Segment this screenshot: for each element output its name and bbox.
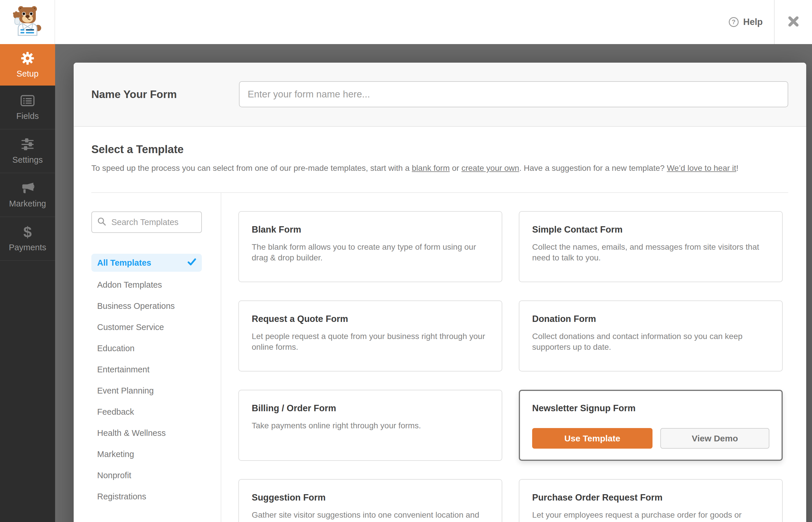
category-label: Event Planning [97, 386, 154, 396]
template-description: Take payments online right through your … [252, 420, 489, 431]
description-text: or [450, 164, 461, 173]
sidebar-item-label: Fields [16, 112, 39, 121]
template-title: Request a Quote Form [252, 313, 489, 325]
category-entertainment[interactable]: Entertainment [92, 359, 202, 380]
template-card-suggestion-form[interactable]: Suggestion Form Gather site visitor sugg… [238, 479, 502, 522]
template-description: Let your employees request a purchase or… [532, 509, 769, 522]
wpforms-bear-icon [13, 6, 42, 38]
use-template-button[interactable]: Use Template [532, 428, 652, 449]
name-your-form-label: Name Your Form [92, 88, 177, 101]
template-content: Select a Template To speed up the proces… [74, 143, 806, 522]
template-card-billing-order-form[interactable]: Billing / Order Form Take payments onlin… [238, 390, 502, 461]
select-template-title: Select a Template [92, 143, 788, 156]
template-title: Purchase Order Request Form [532, 492, 769, 503]
category-marketing[interactable]: Marketing [92, 444, 202, 465]
category-label: Addon Templates [97, 280, 162, 290]
view-demo-button[interactable]: View Demo [660, 428, 769, 449]
sidebar-item-label: Settings [13, 155, 43, 165]
category-label: Registrations [97, 492, 146, 501]
search-templates-box [92, 212, 202, 233]
sidebar-item-label: Payments [9, 243, 46, 252]
template-card-blank-form[interactable]: Blank Form The blank form allows you to … [238, 211, 502, 282]
blank-form-link[interactable]: blank form [412, 164, 450, 173]
category-all-templates[interactable]: All Templates [92, 254, 202, 272]
template-card-donation-form[interactable]: Donation Form Collect donations and cont… [519, 300, 783, 372]
description-text: ! [736, 164, 739, 173]
template-description: Collect the names, emails, and messages … [532, 242, 769, 263]
help-button[interactable]: ? Help [729, 17, 763, 27]
template-title: Newsletter Signup Form [532, 403, 769, 414]
template-title: Simple Contact Form [532, 224, 769, 236]
template-card-request-a-quote-form[interactable]: Request a Quote Form Let people request … [238, 300, 502, 372]
sidebar-item-settings[interactable]: Settings [0, 129, 55, 173]
sidebar-item-setup[interactable]: Setup [0, 44, 55, 85]
category-registrations[interactable]: Registrations [92, 486, 202, 507]
name-your-form-bar: Name Your Form [74, 63, 806, 127]
template-grid: Blank Form The blank form allows you to … [238, 211, 788, 522]
category-label: Customer Service [97, 322, 164, 332]
form-builder-screen: ? Help [0, 0, 812, 522]
template-title: Donation Form [532, 313, 769, 325]
template-description: Let people request a quote from your bus… [252, 331, 489, 353]
template-card-simple-contact-form[interactable]: Simple Contact Form Collect the names, e… [519, 211, 783, 282]
search-icon [97, 217, 106, 227]
sidebar-item-label: Setup [17, 69, 39, 79]
gear-icon [21, 51, 34, 65]
category-label: Entertainment [97, 365, 150, 375]
close-icon [787, 15, 799, 29]
fields-icon [21, 94, 35, 107]
top-header: ? Help [0, 0, 812, 44]
category-event-planning[interactable]: Event Planning [92, 380, 202, 401]
template-title: Blank Form [252, 224, 489, 236]
template-title: Billing / Order Form [252, 403, 489, 414]
category-label: Education [97, 344, 135, 353]
template-title: Suggestion Form [252, 492, 489, 503]
template-card-newsletter-signup-form[interactable]: Newsletter Signup Form Use Template View… [519, 390, 783, 461]
category-customer-service[interactable]: Customer Service [92, 317, 202, 338]
sidebar-item-label: Marketing [9, 199, 46, 208]
template-description: Collect donations and contact informatio… [532, 331, 769, 353]
megaphone-icon [21, 181, 35, 195]
builder-sidebar: Setup Fields [0, 44, 55, 522]
category-nonprofit[interactable]: Nonprofit [92, 465, 202, 486]
wpforms-logo [0, 0, 55, 44]
category-addon-templates[interactable]: Addon Templates [92, 274, 202, 296]
sidebar-item-fields[interactable]: Fields [0, 85, 55, 129]
select-template-description: To speed up the process you can select f… [92, 163, 788, 174]
description-text: . Have a suggestion for a new template? [519, 164, 667, 173]
setup-panel: Name Your Form Select a Template To spee… [74, 63, 806, 522]
category-label: Health & Wellness [97, 428, 166, 438]
category-health-wellness[interactable]: Health & Wellness [92, 423, 202, 444]
form-name-input[interactable] [239, 81, 788, 107]
sliders-icon [21, 138, 34, 152]
help-question-icon: ? [729, 17, 739, 27]
category-label: All Templates [97, 258, 151, 268]
template-filter-pane: All Templates Addon Templates Business O… [92, 193, 221, 522]
close-builder-button[interactable] [775, 0, 812, 44]
template-card-purchase-order-request-form[interactable]: Purchase Order Request Form Let your emp… [519, 479, 783, 522]
search-templates-input[interactable] [111, 217, 196, 227]
category-label: Nonprofit [97, 471, 131, 480]
category-label: Business Operations [97, 301, 175, 311]
category-business-operations[interactable]: Business Operations [92, 296, 202, 317]
category-feedback[interactable]: Feedback [92, 401, 202, 423]
template-description: The blank form allows you to create any … [252, 242, 489, 263]
template-category-list: All Templates Addon Templates Business O… [92, 254, 202, 507]
category-education[interactable]: Education [92, 338, 202, 359]
dollar-icon: $ [23, 225, 32, 239]
create-your-own-link[interactable]: create your own [461, 164, 519, 173]
category-label: Feedback [97, 407, 134, 417]
template-grid-pane: Blank Form The blank form allows you to … [221, 193, 788, 522]
suggestion-link[interactable]: We’d love to hear it [667, 164, 736, 173]
description-text: To speed up the process you can select f… [92, 164, 412, 173]
check-icon [188, 258, 196, 268]
template-description: Gather site visitor suggestions into one… [252, 509, 489, 522]
sidebar-item-marketing[interactable]: Marketing [0, 173, 55, 217]
help-label: Help [743, 17, 763, 27]
sidebar-item-payments[interactable]: $ Payments [0, 217, 55, 261]
category-label: Marketing [97, 449, 134, 459]
